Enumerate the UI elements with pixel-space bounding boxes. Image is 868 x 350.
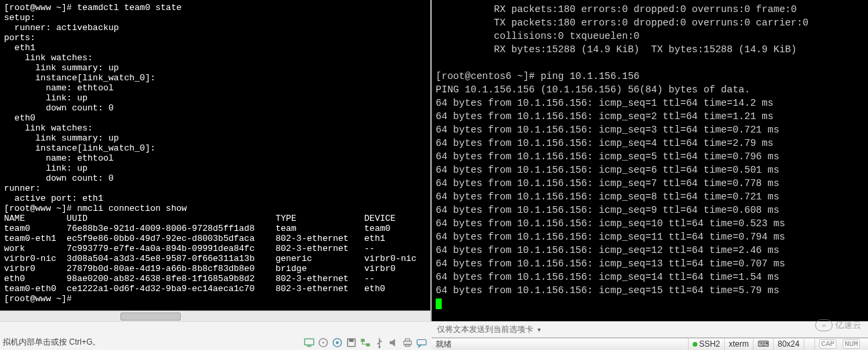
message-icon[interactable] [416, 337, 428, 349]
left-terminal[interactable]: [root@www ~]# teamdctl team0 state setup… [0, 0, 432, 321]
status-rowcol [804, 339, 814, 350]
watermark: ∞ 亿速云 [815, 319, 861, 331]
output-line: link summary: up [4, 63, 426, 73]
output-line: name: ethtool [4, 83, 426, 93]
usb-icon[interactable] [373, 337, 385, 349]
cd-icon[interactable] [331, 337, 343, 349]
ping-line: 64 bytes from 10.1.156.156: icmp_seq=2 t… [436, 110, 864, 123]
table-row: team0-eth0 ce1222a1-0d6f-4d32-9ba9-ec14a… [4, 284, 426, 294]
tab-hint-bar: 仅将文本发送到当前选项卡 ▾ [432, 321, 868, 338]
floppy-icon[interactable] [345, 337, 357, 349]
status-cap: CAP [819, 339, 837, 349]
led-icon [693, 342, 697, 347]
svg-rect-8 [361, 339, 365, 342]
output-line: active port: eth1 [4, 193, 426, 203]
tab-hint-text: 仅将文本发送到当前选项卡 [437, 324, 533, 335]
ping-line: 64 bytes from 10.1.156.156: icmp_seq=8 t… [436, 190, 864, 203]
output-line: down count: 0 [4, 103, 426, 113]
svg-point-10 [379, 346, 381, 348]
table-row: eth0 98ae0200-ab82-4638-8fe8-1f1685a9b8d… [4, 274, 426, 284]
right-terminal[interactable]: RX packets:180 errors:0 dropped:0 overru… [432, 0, 868, 321]
ping-line: 64 bytes from 10.1.156.156: icmp_seq=13 … [436, 257, 864, 270]
output-line: RX packets:180 errors:0 dropped:0 overru… [436, 3, 864, 16]
sound-icon[interactable] [387, 337, 400, 349]
svg-rect-12 [406, 339, 410, 341]
output-line: link watches: [4, 53, 426, 63]
status-icon: ⌨ [753, 339, 773, 350]
network-icon[interactable] [359, 337, 371, 349]
output-line: runner: [4, 183, 426, 193]
device-icon[interactable] [303, 337, 315, 349]
svg-rect-1 [307, 346, 312, 347]
output-line: link: up [4, 93, 426, 103]
svg-rect-7 [349, 339, 354, 342]
command-text: ping 10.1.156.156 [541, 71, 640, 82]
command-text: nmcli connection show [77, 203, 187, 213]
svg-rect-0 [305, 339, 314, 345]
ping-line: 64 bytes from 10.1.156.156: icmp_seq=11 … [436, 230, 864, 244]
command-text: teamdctl team0 state [77, 3, 181, 13]
output-line: instance[link_watch_0]: [4, 73, 426, 83]
disk-icon[interactable] [317, 337, 329, 349]
cursor [436, 298, 442, 309]
prompt: [root@www ~]# [4, 3, 72, 13]
ping-line: 64 bytes from 10.1.156.156: icmp_seq=15 … [436, 284, 864, 297]
output-line: link watches: [4, 123, 426, 133]
ping-header: PING 10.1.156.156 (10.1.156.156) 56(84) … [436, 83, 864, 96]
prompt: [root@centos6 ~]# [436, 71, 535, 82]
status-bar: 就绪 SSH2 xterm ⌨ 80x24 CAP NUM [432, 338, 868, 350]
table-row: team0-eth1 ec5f9e86-0bb0-49d7-92ec-d8003… [4, 234, 426, 244]
printer-icon[interactable] [402, 337, 414, 349]
ping-line: 64 bytes from 10.1.156.156: icmp_seq=4 t… [436, 137, 864, 150]
status-ready: 就绪 [436, 339, 452, 350]
output-line: instance[link_watch_0]: [4, 143, 426, 153]
output-line: RX bytes:15288 (14.9 KiB) TX bytes:15288… [436, 43, 864, 56]
table-row: team0 76e88b3e-921d-4009-8006-9728d5ff1a… [4, 224, 426, 234]
ping-line: 64 bytes from 10.1.156.156: icmp_seq=5 t… [436, 150, 864, 163]
table-row: work 7c993779-e7fe-4a0a-894b-09991dea84f… [4, 244, 426, 254]
table-row: virbr0-nic 3d08a504-a3d3-45e8-9587-0f66e… [4, 254, 426, 264]
status-num: NUM [843, 339, 860, 349]
vm-status-icons [303, 337, 428, 349]
output-line: collisions:0 txqueuelen:0 [436, 29, 864, 43]
ping-line: 64 bytes from 10.1.156.156: icmp_seq=1 t… [436, 96, 864, 110]
ping-line: 64 bytes from 10.1.156.156: icmp_seq=3 t… [436, 123, 864, 137]
scrollbar-thumb[interactable] [120, 313, 181, 321]
prompt: [root@www ~]# [4, 294, 72, 304]
prompt: [root@www ~]# [4, 203, 72, 213]
ping-line: 64 bytes from 10.1.156.156: icmp_seq=14 … [436, 270, 864, 284]
status-term: xterm [724, 339, 753, 350]
ping-line: 64 bytes from 10.1.156.156: icmp_seq=12 … [436, 244, 864, 257]
output-line: down count: 0 [4, 173, 426, 183]
dropdown-icon[interactable]: ▾ [537, 326, 541, 333]
table-header: NAME UUID TYPE DEVICE [4, 213, 426, 224]
output-line: TX packets:180 errors:0 dropped:0 overru… [436, 16, 864, 29]
output-line: link: up [4, 163, 426, 173]
ping-line: 64 bytes from 10.1.156.156: icmp_seq=6 t… [436, 163, 864, 177]
output-line: eth1 [4, 43, 426, 53]
ping-line: 64 bytes from 10.1.156.156: icmp_seq=10 … [436, 217, 864, 230]
output-line: link summary: up [4, 133, 426, 143]
status-size: 80x24 [773, 339, 804, 350]
output-line: setup: [4, 13, 426, 23]
vm-hint-text: 拟机内部单击或按 Ctrl+G。 [3, 337, 100, 348]
left-footer: 拟机内部单击或按 Ctrl+G。 [0, 321, 432, 350]
ping-line: 64 bytes from 10.1.156.156: icmp_seq=7 t… [436, 177, 864, 190]
horizontal-scrollbar[interactable] [0, 311, 430, 321]
output-line: name: ethtool [4, 153, 426, 163]
status-ssh: SSH2 [688, 339, 724, 350]
ping-line: 64 bytes from 10.1.156.156: icmp_seq=9 t… [436, 203, 864, 217]
output-line: runner: activebackup [4, 23, 426, 33]
svg-point-3 [323, 342, 325, 344]
svg-rect-14 [417, 340, 426, 345]
svg-point-5 [336, 341, 339, 344]
table-row: virbr0 27879b0d-80ae-4d19-a66b-8b8cf83db… [4, 264, 426, 274]
output-line: eth0 [4, 113, 426, 123]
output-line: ports: [4, 33, 426, 43]
